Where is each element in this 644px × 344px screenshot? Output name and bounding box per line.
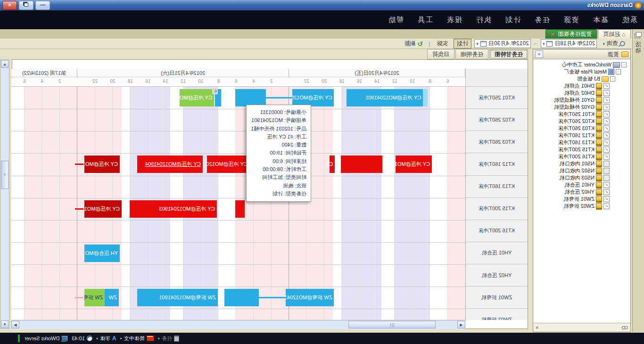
task-bar-ZW01[interactable]: ZW 折弯@MO12041901 (84, 289, 105, 306)
tree-checkbox[interactable]: ✓ (603, 97, 610, 103)
task-bar-KT12[interactable]: CY 冲压@MO12041904 (137, 156, 202, 173)
actual-button[interactable]: 实际 (434, 39, 451, 48)
minimize-button[interactable]: — (35, 1, 50, 10)
scroll-right-arrow-icon[interactable]: ▶ (11, 321, 19, 328)
restore-button[interactable] (19, 1, 33, 10)
tree-item-KT12[interactable]: ✓KT12 160T冲床 (533, 132, 630, 139)
tree-checkbox[interactable]: ✓ (603, 139, 610, 146)
tree-item-KT13[interactable]: ✓KT13 160T冲床 (533, 139, 630, 146)
panel-close-icon[interactable]: × (536, 325, 538, 330)
task-bar-KT01[interactable] (423, 89, 427, 106)
tree-item-DH01[interactable]: ✓DH01 点焊机 (533, 82, 630, 90)
tree-checkbox[interactable]: ✓ (603, 189, 610, 195)
task-bar-KT12[interactable]: CY 冲压@MO12041904 (396, 156, 432, 173)
tree-expander-icon[interactable]: - (610, 76, 615, 82)
task-bar-KT12[interactable]: CY 冲压@MO12041904 (84, 156, 120, 173)
tree-item-WorkCenter[interactable]: -WorkCenter 工作中心 (533, 61, 630, 68)
tab-start-page[interactable]: ⌂ 起始页 (598, 29, 631, 39)
menu-item-工具[interactable]: 工具 (410, 16, 439, 25)
tree-checkbox[interactable]: ✓ (603, 90, 610, 96)
tree-checkbox[interactable]: ✓ (603, 125, 610, 131)
tree-item-KT15[interactable]: ✓KT15 200T冲床 (533, 146, 630, 153)
tree-item-Metal[interactable]: -Metal Plate 钣金厂 (533, 68, 630, 75)
chevron-down-icon[interactable]: ▾ (543, 41, 545, 46)
menu-item-报表[interactable]: 报表 (439, 16, 469, 25)
tree-checkbox[interactable]: ✓ (603, 104, 610, 110)
tree-item-YH01[interactable]: ✓YH01 压合机 (533, 181, 630, 188)
menu-item-资源[interactable]: 资源 (556, 16, 586, 25)
dock-strip[interactable]: 活动 (632, 29, 644, 332)
tree-item-KT02[interactable]: ✓KT02 260T冲床 (533, 118, 630, 125)
tree-item-NS03[interactable]: NS03 内收口机 (533, 174, 630, 181)
tree-checkbox[interactable]: ✓ (603, 132, 610, 139)
tab-resource-task-view[interactable]: 资源任务视图 × (545, 29, 597, 39)
tree-item-GY02[interactable]: ✓GY02 外桶成型机 (533, 104, 630, 111)
tree-checkbox[interactable] (603, 161, 610, 167)
task-bar-KT15[interactable] (75, 208, 84, 210)
scroll-left-arrow-icon[interactable]: ◀ (457, 321, 465, 328)
tree-expander-icon[interactable]: - (621, 62, 627, 67)
search-button[interactable]: 查询 ▾ (600, 39, 628, 48)
tab-close-icon[interactable]: × (551, 31, 554, 38)
status-language-item[interactable]: 简体中文 ▾ (120, 335, 154, 342)
task-bar-KT15[interactable] (235, 200, 245, 218)
tree-item-KT03[interactable]: ✓KT03 260T冲床 (533, 125, 630, 132)
close-button[interactable]: × (2, 1, 17, 10)
menu-item-帮助[interactable]: 帮助 (381, 16, 410, 25)
tree-checkbox[interactable]: ✓ (603, 111, 610, 117)
menu-item-执行[interactable]: 执行 (469, 16, 498, 25)
view-tab-任务明细[interactable]: 任务明细 (455, 49, 488, 59)
task-bar-KT12[interactable]: C (330, 156, 335, 173)
task-bar-KT01[interactable]: c (212, 88, 217, 94)
tree-item-NS02[interactable]: NS02 内收口机 (533, 167, 630, 174)
task-bar-KT01[interactable]: CY 冲压@MO12041901 (293, 89, 334, 106)
tree-item-ZW01[interactable]: ✓ZW01 折弯机 (533, 196, 630, 203)
scroll-up-arrow-icon[interactable]: ▲ (1, 60, 8, 68)
menu-item-任务[interactable]: 任务 (527, 16, 556, 25)
tree-item-NS01[interactable]: NS01 内收口机 (533, 160, 630, 167)
menu-item-基本[interactable]: 基本 (586, 16, 615, 25)
vertical-scroll-thumb[interactable]: ≡ (1, 161, 8, 189)
tree-checkbox[interactable]: ✓ (603, 118, 610, 124)
tree-checkbox[interactable]: ✓ (603, 203, 610, 209)
view-tab-任务甘特图[interactable]: 任务甘特图 (489, 49, 528, 59)
task-bar-ZW01[interactable] (225, 289, 259, 306)
menu-item-系统[interactable]: 系统 (615, 16, 644, 25)
menu-item-计划[interactable]: 计划 (498, 16, 527, 25)
tree-checkbox[interactable]: ✓ (603, 196, 610, 202)
task-bar-KT01[interactable]: CY 冲压@MO12041902 (180, 89, 214, 106)
tree-item-BJ[interactable]: -BJ 钣金部 (533, 75, 630, 82)
view-tab-日负荷[interactable]: 日负荷 (427, 49, 454, 59)
task-bar-KT01[interactable] (235, 89, 266, 106)
tree-item-YH02[interactable]: ✓YH02 压合机 (533, 188, 630, 196)
date-to-field[interactable]: 2012年 4月30日 ▾ (474, 39, 531, 48)
tree-expander-icon[interactable]: - (616, 69, 621, 74)
status-font-item[interactable]: A 字体 ▾ (96, 335, 116, 342)
panel-collapse-button[interactable]: « (535, 50, 543, 58)
task-bar-ZW01[interactable]: ZW (105, 289, 119, 306)
task-bar-KT01[interactable] (266, 97, 292, 98)
tree-item-DH02[interactable]: ✓DH02 点焊机 (533, 90, 630, 97)
tree-checkbox[interactable]: ✓ (603, 147, 610, 153)
task-bar-KT12[interactable]: CY 冲压@MO12041904 (207, 156, 249, 173)
tree-checkbox[interactable]: ✓ (603, 182, 610, 188)
task-bar-KT12[interactable] (341, 156, 382, 173)
task-bar-KT01[interactable]: CY 冲压@MO12041901 (347, 89, 423, 106)
vertical-scrollbar[interactable]: ▲ ≡ ▼ (0, 59, 9, 329)
task-bar-KT12[interactable] (75, 164, 84, 165)
horizontal-scroll-thumb[interactable]: ||| (348, 321, 436, 328)
find-binoculars-icon[interactable] (625, 326, 628, 329)
tree-item-GY01[interactable]: ✓GY01 外桶成型机 (533, 97, 630, 104)
task-bar-ZW01[interactable]: ZW 折弯@MO12041901 (286, 289, 334, 306)
date-from-field[interactable]: 2012年 4月18日 ▾ (541, 39, 597, 48)
tree-checkbox[interactable] (603, 168, 610, 174)
scroll-down-arrow-icon[interactable]: ▼ (1, 320, 8, 328)
tree-item-KT01[interactable]: ✓KT01 250T冲床 (533, 111, 630, 118)
tree-checkbox[interactable]: ✓ (603, 83, 610, 89)
tree-item-ZW02[interactable]: ✓ZW02 折弯机 (533, 203, 630, 210)
tree-checkbox[interactable]: ✓ (603, 154, 610, 160)
task-bar-ZW01[interactable] (259, 297, 285, 298)
task-bar-ZW01[interactable]: ZW 折弯@MO12041901 (137, 289, 217, 306)
task-bar-YH01[interactable]: YH 压合@MO12041901 (84, 245, 120, 262)
tree-item-KT16[interactable]: ✓KT16 200T冲床 (533, 153, 630, 160)
